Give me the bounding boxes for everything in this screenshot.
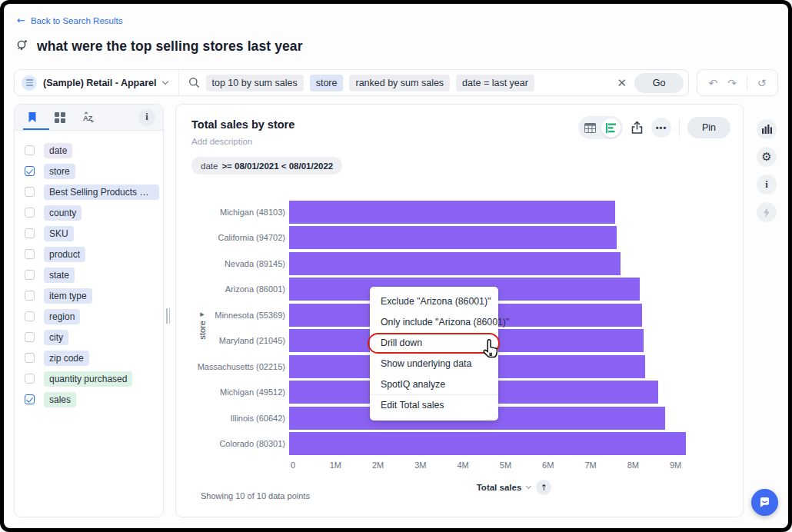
menu-item[interactable]: Drill down <box>370 333 498 354</box>
checkbox-unchecked[interactable] <box>25 187 35 197</box>
field-chip[interactable]: state <box>44 268 75 283</box>
field-row[interactable]: sales <box>25 389 163 410</box>
bar[interactable] <box>289 226 617 249</box>
checkbox-unchecked[interactable] <box>25 332 35 342</box>
checkbox-unchecked[interactable] <box>25 228 35 238</box>
field-row[interactable]: city <box>25 327 163 347</box>
datasource-label: (Sample) Retail - Apparel <box>43 78 157 88</box>
x-tick-label: 2M <box>372 461 384 470</box>
checkbox-unchecked[interactable] <box>25 353 35 363</box>
category-label: Michigan (48103) <box>191 208 289 217</box>
spotiq-lightning-icon[interactable] <box>757 202 777 222</box>
bar[interactable] <box>289 432 686 455</box>
field-row[interactable]: product <box>25 244 163 264</box>
x-axis-label: Total sales <box>477 483 522 492</box>
tab-sort-az-icon[interactable]: AZ <box>82 111 98 123</box>
checkbox-unchecked[interactable] <box>25 145 35 155</box>
bar-track <box>289 252 731 275</box>
search-token[interactable]: ranked by sum sales <box>349 75 450 91</box>
chart-view-icon[interactable] <box>601 118 621 138</box>
field-row[interactable]: zip code <box>25 347 163 368</box>
screenshot-frame: ← Back to Search Results what were the t… <box>0 0 792 532</box>
field-chip[interactable]: region <box>44 309 80 324</box>
field-chip[interactable]: date <box>44 143 72 158</box>
menu-item[interactable]: SpotIQ analyze <box>370 374 498 394</box>
checkbox-unchecked[interactable] <box>25 374 35 384</box>
view-toggle <box>578 116 623 139</box>
filter-chip[interactable]: date >= 08/01/2021 < 08/01/2022 <box>191 157 342 175</box>
answer-panel: Total sales by store Add description dat… <box>175 104 744 517</box>
checkbox-unchecked[interactable] <box>25 291 35 301</box>
field-chip[interactable]: city <box>44 330 68 345</box>
more-options-icon[interactable]: ••• <box>651 118 671 138</box>
panel-info-icon[interactable]: i <box>138 109 155 126</box>
field-chip[interactable]: Best Selling Products Last ... <box>44 185 159 200</box>
back-link[interactable]: ← Back to Search Results <box>17 15 122 26</box>
tab-all-fields-icon[interactable] <box>55 112 65 123</box>
checkbox-unchecked[interactable] <box>25 249 35 259</box>
details-info-icon[interactable]: i <box>757 175 777 195</box>
app-window: ← Back to Search Results what were the t… <box>4 4 788 528</box>
bar[interactable] <box>289 252 621 275</box>
menu-item[interactable]: Only include "Arizona (86001)" <box>370 312 498 333</box>
bar-track <box>289 201 731 224</box>
field-row[interactable]: date <box>25 140 163 161</box>
search-tokens[interactable]: top 10 by sum salesstoreranked by sum sa… <box>179 75 610 91</box>
clear-search-icon[interactable]: ✕ <box>609 76 634 90</box>
datasource-icon <box>22 75 37 91</box>
share-icon[interactable] <box>631 121 644 135</box>
chart-type-icon[interactable] <box>757 119 777 139</box>
field-chip[interactable]: item type <box>44 288 92 304</box>
checkbox-checked[interactable] <box>25 166 35 176</box>
undo-icon[interactable]: ↶ <box>708 77 717 89</box>
table-view-icon[interactable] <box>581 123 600 133</box>
field-chip[interactable]: sales <box>44 392 76 407</box>
chat-button[interactable] <box>751 489 778 516</box>
divider <box>679 119 680 136</box>
datasource-selector[interactable]: (Sample) Retail - Apparel <box>15 70 179 95</box>
field-row[interactable]: region <box>25 306 163 327</box>
redo-icon[interactable]: ↷ <box>727 77 737 89</box>
go-button[interactable]: Go <box>634 73 684 93</box>
field-row[interactable]: county <box>25 202 163 223</box>
checkbox-checked[interactable] <box>25 394 35 404</box>
menu-item[interactable]: Edit Total sales <box>370 395 498 416</box>
chart-row: Colorado (80301) <box>191 431 735 457</box>
field-chip[interactable]: county <box>44 205 82 221</box>
data-panel: AZ i datestoreBest Selling Products Last… <box>14 104 164 517</box>
context-menu: Exclude "Arizona (86001)"Only include "A… <box>370 287 498 421</box>
field-chip[interactable]: store <box>44 164 75 179</box>
tab-pinned-fields-icon[interactable] <box>27 111 38 123</box>
reset-icon[interactable]: ↺ <box>757 77 767 89</box>
x-axis-ticks: 01M2M3M4M5M6M7M8M9M <box>293 461 735 471</box>
panel-resize-handle[interactable] <box>166 308 172 324</box>
bar[interactable] <box>289 201 615 224</box>
bar-track <box>289 432 731 455</box>
field-chip[interactable]: SKU <box>44 226 74 241</box>
chart-row: Michigan (48103) <box>191 199 735 225</box>
field-row[interactable]: item type <box>25 285 163 306</box>
field-row[interactable]: SKU <box>25 223 163 244</box>
field-row[interactable]: quantity purchased <box>25 368 163 389</box>
field-chip[interactable]: quantity purchased <box>44 371 132 387</box>
field-row[interactable]: Best Selling Products Last ... <box>25 181 163 202</box>
page-title: what were the top selling stores last ye… <box>37 38 303 55</box>
search-token[interactable]: date = last year <box>456 75 534 91</box>
menu-item[interactable]: Exclude "Arizona (86001)" <box>370 291 498 312</box>
search-token[interactable]: store <box>310 75 344 91</box>
add-description[interactable]: Add description <box>191 137 252 146</box>
bar-track <box>289 355 731 378</box>
pin-button[interactable]: Pin <box>687 117 730 138</box>
field-chip[interactable]: product <box>44 247 85 262</box>
field-row[interactable]: state <box>25 264 163 285</box>
search-token[interactable]: top 10 by sum sales <box>206 75 304 91</box>
field-row[interactable]: store <box>25 161 163 181</box>
settings-gear-icon[interactable]: ⚙ <box>757 147 777 167</box>
checkbox-unchecked[interactable] <box>25 311 35 321</box>
checkbox-unchecked[interactable] <box>25 270 35 280</box>
menu-item[interactable]: Show underlying data <box>370 353 498 374</box>
sort-ascending-icon[interactable]: ↑ <box>536 480 551 495</box>
x-axis-control[interactable]: Total sales ↑ <box>293 480 735 495</box>
checkbox-unchecked[interactable] <box>25 208 35 218</box>
field-chip[interactable]: zip code <box>44 351 89 366</box>
